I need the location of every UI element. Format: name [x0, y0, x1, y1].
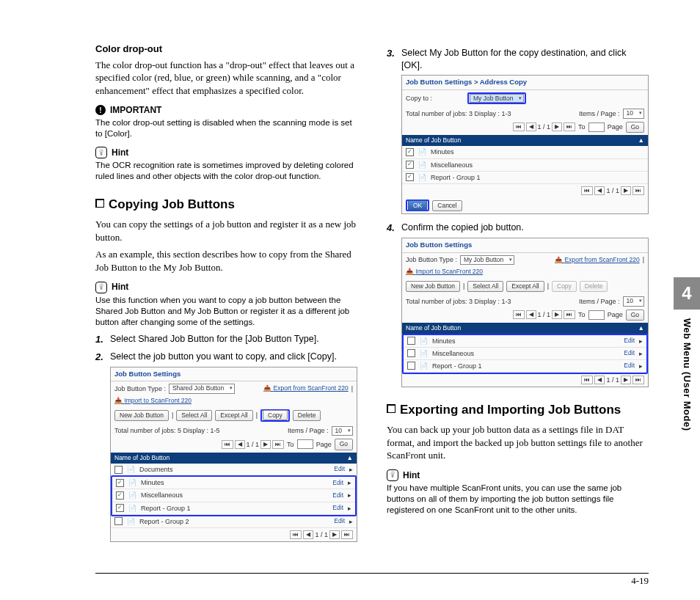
- ss1-copy-button[interactable]: Copy: [263, 410, 288, 420]
- ss3-type-select[interactable]: My Job Button: [460, 255, 514, 265]
- ss3-highlight-box: 📄MinutesEdit▸ 📄MiscellaneousEdit▸ 📄Repor…: [402, 334, 648, 374]
- hint-icon: [95, 282, 107, 293]
- ss2-cancel-button[interactable]: Cancel: [432, 200, 462, 211]
- para-copy2: As an example, this section describes ho…: [95, 248, 357, 274]
- table-row[interactable]: 📄Report - Group 1Edit▸: [404, 360, 646, 373]
- important-row: ! IMPORTANT: [95, 104, 357, 116]
- ss1-import-link[interactable]: 📥 Import to ScanFront 220: [114, 397, 192, 405]
- ss1-title: Job Button Settings: [111, 367, 357, 382]
- table-row[interactable]: 📄Report - Group 1: [402, 172, 648, 184]
- ss1-type-select[interactable]: Shared Job Button: [169, 384, 235, 393]
- ss2-go-button[interactable]: Go: [626, 122, 644, 133]
- ss3-items-select[interactable]: 10: [623, 296, 644, 306]
- hint-icon: [95, 147, 107, 158]
- section-marker-icon: [95, 199, 104, 208]
- ss1-total: Total number of jobs: 5 Display : 1-5: [114, 426, 220, 435]
- hint2-label: Hint: [112, 281, 128, 293]
- chapter-label: Web Menu (User Mode): [682, 318, 693, 431]
- ss3-total: Total number of jobs: 3 Display : 1-3: [406, 297, 511, 306]
- pager-prev[interactable]: ◀: [235, 440, 245, 449]
- ss2-copyto-label: Copy to :: [406, 94, 432, 103]
- ss1-go-button[interactable]: Go: [335, 439, 353, 450]
- table-row[interactable]: 📄MinutesEdit▸: [112, 477, 355, 489]
- ss1-page-input[interactable]: [297, 439, 313, 449]
- ss2-ok-button[interactable]: OK: [408, 200, 427, 211]
- heading-color-dropout: Color drop-out: [95, 43, 357, 56]
- para-color-dropout: The color drop-out function has a "drop-…: [95, 59, 357, 98]
- ss1-new-button[interactable]: New Job Button: [114, 410, 169, 421]
- important-icon: !: [95, 105, 106, 115]
- ss3-selectall-button[interactable]: Select All: [467, 281, 503, 292]
- table-row[interactable]: 📄Minutes: [402, 146, 648, 158]
- ss2-items-select[interactable]: 10: [623, 109, 644, 118]
- step-3: 3.Select My Job Button for the copy dest…: [387, 47, 649, 72]
- page-footer: 4-19: [95, 573, 649, 587]
- para-export: You can back up your job button data as …: [387, 423, 649, 462]
- ss1-export-link[interactable]: 📤 Export from ScanFront 220: [263, 384, 348, 392]
- heading-exporting: Exporting and Importing Job Buttons: [387, 402, 649, 419]
- ss1-type-label: Job Button Type :: [114, 384, 166, 393]
- hint2-row: Hint: [95, 281, 357, 293]
- ss3-export-link[interactable]: 📤 Export from ScanFront 220: [555, 256, 639, 264]
- hint1-label: Hint: [112, 147, 128, 158]
- ss3-title: Job Button Settings: [402, 238, 648, 253]
- ss1-highlight-box: 📄MinutesEdit▸ 📄MiscellaneousEdit▸ 📄Repor…: [111, 475, 357, 516]
- table-row[interactable]: 📄DocumentsEdit▸: [111, 464, 357, 476]
- ss3-copy-button[interactable]: Copy: [552, 281, 577, 292]
- pager-next[interactable]: ▶: [260, 440, 271, 449]
- hint2-body: Use this function when you want to copy …: [95, 295, 357, 328]
- screenshot-job-button-settings: Job Button Settings Job Button Type : Sh…: [110, 367, 357, 542]
- ss2-copyto-select[interactable]: My Job Button: [470, 94, 524, 103]
- ss2-header: Name of Job Button▲: [402, 135, 648, 146]
- para-copy1: You can copy the settings of a job butto…: [95, 218, 357, 244]
- ss3-import-link[interactable]: 📥 Import to ScanFront 220: [406, 268, 483, 276]
- chapter-tab: 4: [674, 277, 700, 310]
- table-row[interactable]: 📄Report - Group 2Edit▸: [111, 516, 357, 528]
- pager-last[interactable]: ⏭: [272, 440, 284, 449]
- left-column: Color drop-out The color drop-out functi…: [95, 43, 357, 549]
- table-row[interactable]: 📄MinutesEdit▸: [404, 335, 646, 348]
- ss1-items-select[interactable]: 10: [332, 426, 353, 436]
- hint-export-row: Hint: [387, 469, 649, 481]
- ss2-total: Total number of jobs: 3 Display : 1-3: [406, 109, 511, 118]
- table-row[interactable]: 📄MiscellaneousEdit▸: [112, 489, 355, 502]
- ss3-new-button[interactable]: New Job Button: [406, 281, 460, 292]
- right-column: 3.Select My Job Button for the copy dest…: [387, 43, 649, 549]
- ss1-header: Name of Job Button▲: [111, 453, 357, 464]
- hint1-row: Hint: [95, 147, 357, 158]
- ss1-selectall-button[interactable]: Select All: [176, 410, 212, 421]
- ss3-type-label: Job Button Type :: [406, 255, 457, 264]
- ss3-header: Name of Job Button▲: [402, 323, 648, 334]
- screenshot-address-copy: Job Button Settings > Address Copy Copy …: [401, 75, 649, 215]
- ss1-exceptall-button[interactable]: Except All: [215, 410, 252, 421]
- step-4: 4.Confirm the copied job button.: [387, 222, 649, 235]
- important-label: IMPORTANT: [110, 104, 161, 116]
- table-row[interactable]: 📄MiscellaneousEdit▸: [404, 348, 646, 360]
- pager-first[interactable]: ⏮: [222, 440, 233, 449]
- hint-icon: [387, 469, 398, 481]
- important-body: The color drop-out setting is disabled w…: [95, 117, 357, 139]
- ss3-go-button[interactable]: Go: [626, 310, 644, 321]
- heading-copying: Copying Job Buttons: [95, 197, 357, 213]
- step-1: 1.Select Shared Job Button for the [Job …: [95, 333, 357, 346]
- section-marker-icon: [387, 404, 395, 413]
- ss3-delete-button[interactable]: Delete: [580, 281, 608, 292]
- ss3-page-input[interactable]: [588, 310, 605, 320]
- table-row[interactable]: 📄Miscellaneous: [402, 159, 648, 172]
- ss2-title: Job Button Settings > Address Copy: [402, 76, 648, 90]
- step-2: 2.Select the job button you want to copy…: [95, 351, 357, 364]
- ss3-exceptall-button[interactable]: Except All: [506, 281, 544, 292]
- ss2-page-input[interactable]: [588, 122, 605, 132]
- hint-export-label: Hint: [403, 469, 420, 481]
- ss1-delete-button[interactable]: Delete: [293, 410, 321, 421]
- screenshot-confirm: Job Button Settings Job Button Type : My…: [401, 238, 649, 387]
- hint1-body: The OCR recognition rate is sometimes im…: [95, 160, 357, 182]
- table-row[interactable]: 📄Report - Group 1Edit▸: [112, 502, 355, 515]
- hint-export-body: If you have multiple ScanFront units, yo…: [387, 483, 649, 516]
